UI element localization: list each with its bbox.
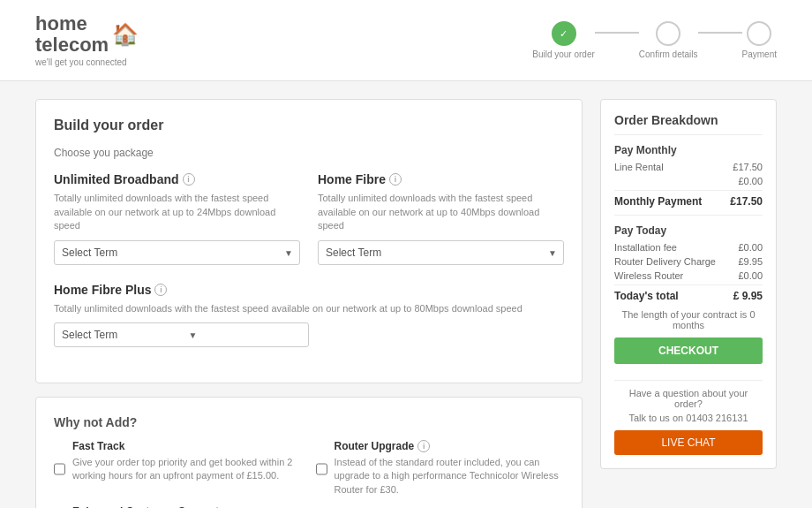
info-icon-1[interactable]: i xyxy=(183,173,195,186)
info-icon-2[interactable]: i xyxy=(389,173,402,186)
monthly-payment-row: Monthly Payment £17.50 xyxy=(614,190,763,208)
package-desc-1: Totally unlimited downloads with the fas… xyxy=(54,192,300,232)
package-unlimited-broadband: Unlimited Broadband i Totally unlimited … xyxy=(54,172,300,264)
step-label-1: Build your order xyxy=(532,49,595,59)
router-delivery-value: £9.95 xyxy=(738,256,763,267)
step-confirm-details: Confirm details xyxy=(639,21,698,59)
extra-value: £0.00 xyxy=(738,176,763,186)
step-line-2 xyxy=(698,32,742,34)
line-rental-row: Line Rental £17.50 xyxy=(614,162,763,172)
package-select-1[interactable]: Select Term xyxy=(54,240,300,265)
info-icon-3[interactable]: i xyxy=(154,284,167,296)
logo-tagline: we'll get you connected xyxy=(35,57,127,67)
step-circle-1: ✓ xyxy=(552,21,576,46)
step-payment: Payment xyxy=(742,21,777,59)
addon-grid: Fast Track Give your order top priority … xyxy=(54,440,564,497)
installation-fee-row: Installation fee £0.00 xyxy=(614,242,763,253)
pay-today-title: Pay Today xyxy=(614,224,763,237)
installation-fee-label: Installation fee xyxy=(614,242,677,253)
package-desc-2: Totally unlimited downloads with the fas… xyxy=(318,192,564,232)
router-upgrade-checkbox[interactable] xyxy=(316,442,327,497)
phone-text: Talk to us on 01403 216131 xyxy=(614,413,763,423)
question-text: Have a question about your order? xyxy=(614,388,763,409)
right-checkout-button[interactable]: CHECKOUT xyxy=(614,337,763,364)
logo-icon: 🏠 xyxy=(112,22,139,47)
header: home telecom 🏠 we'll get you connected ✓… xyxy=(0,0,812,81)
package-select-2[interactable]: Select Term xyxy=(318,240,564,265)
logo: home telecom 🏠 xyxy=(35,13,139,56)
pay-monthly-title: Pay Monthly xyxy=(614,144,763,156)
select-wrap-1: Select Term ▼ xyxy=(54,240,300,265)
logo-area: home telecom 🏠 we'll get you connected xyxy=(35,13,139,67)
divider-2 xyxy=(614,380,763,381)
package-name-3: Home Fibre Plus i xyxy=(54,283,564,297)
live-chat-button[interactable]: LIVE CHAT xyxy=(614,430,763,455)
package-desc-3: Totally unlimited downloads with the fas… xyxy=(54,302,564,315)
router-delivery-row: Router Delivery Charge £9.95 xyxy=(614,256,763,267)
todays-total-label: Today's total xyxy=(614,290,679,302)
choose-package-section-title: Choose you package xyxy=(54,147,564,159)
select-wrap-3: Select Term ▼ xyxy=(54,322,564,347)
build-order-title: Build your order xyxy=(54,118,564,133)
todays-total-value: £ 9.95 xyxy=(733,290,763,302)
left-panel: Build your order Choose you package Unli… xyxy=(35,99,583,508)
monthly-payment-label: Monthly Payment xyxy=(614,195,702,208)
line-rental-label: Line Rental xyxy=(614,162,664,172)
package-name-2: Home Fibre i xyxy=(318,172,564,186)
line-rental-value: £17.50 xyxy=(733,162,763,172)
addon-name-1: Fast Track xyxy=(72,440,303,452)
package-select-3[interactable]: Select Term xyxy=(54,322,309,347)
addon-router-upgrade: Router Upgrade i Instead of the standard… xyxy=(316,440,565,497)
wireless-router-label: Wireless Router xyxy=(614,270,683,281)
progress-steps: ✓ Build your order Confirm details Payme… xyxy=(532,21,777,59)
step-build-order: ✓ Build your order xyxy=(532,21,595,59)
why-add-card: Why not Add? Fast Track Give your order … xyxy=(35,397,583,508)
info-icon-4[interactable]: i xyxy=(417,440,430,452)
logo-home-text: home xyxy=(35,13,109,34)
why-add-title: Why not Add? xyxy=(54,415,564,429)
todays-total-row: Today's total £ 9.95 xyxy=(614,284,763,302)
contract-note: The length of your contract is 0 months xyxy=(614,309,763,330)
addon-fast-track: Fast Track Give your order top priority … xyxy=(54,440,303,497)
select-wrap-2: Select Term ▼ xyxy=(318,240,564,265)
package-home-fibre-plus: Home Fibre Plus i Totally unlimited down… xyxy=(54,283,564,347)
installation-fee-value: £0.00 xyxy=(738,242,763,253)
wireless-router-row: Wireless Router £0.00 xyxy=(614,270,763,281)
build-order-card: Build your order Choose you package Unli… xyxy=(35,99,583,383)
divider-1 xyxy=(614,215,763,216)
logo-telecom-text: telecom xyxy=(35,34,109,56)
step-circle-3 xyxy=(747,21,771,46)
package-home-fibre: Home Fibre i Totally unlimited downloads… xyxy=(318,172,564,264)
package-grid: Unlimited Broadband i Totally unlimited … xyxy=(54,172,564,264)
router-delivery-label: Router Delivery Charge xyxy=(614,256,716,267)
step-line-1 xyxy=(595,32,639,34)
extra-row: £0.00 xyxy=(614,176,763,186)
addon-desc-2: Instead of the standard router included,… xyxy=(335,456,565,497)
package-name-1: Unlimited Broadband i xyxy=(54,172,300,186)
step-label-2: Confirm details xyxy=(639,49,698,59)
order-breakdown-title: Order Breakdown xyxy=(614,113,763,135)
order-breakdown-card: Order Breakdown Pay Monthly Line Rental … xyxy=(600,99,777,469)
step-label-3: Payment xyxy=(742,49,777,59)
monthly-payment-value: £17.50 xyxy=(730,195,763,208)
addon-desc-1: Give your order top priority and get boo… xyxy=(72,456,303,483)
main-content: Build your order Choose you package Unli… xyxy=(0,81,812,508)
wireless-router-value: £0.00 xyxy=(738,270,763,281)
fast-track-checkbox[interactable] xyxy=(54,442,65,497)
step-circle-2 xyxy=(656,21,680,46)
addon-name-2: Router Upgrade i xyxy=(335,440,565,452)
right-panel: Order Breakdown Pay Monthly Line Rental … xyxy=(600,99,777,508)
